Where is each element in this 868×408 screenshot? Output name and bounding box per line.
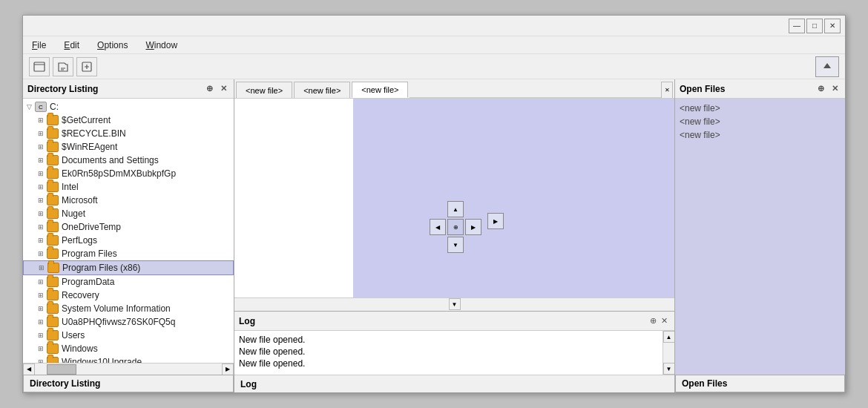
expand-icon[interactable]: ⊞ <box>35 343 47 355</box>
nav-arrows-container: ▲ ◀ ⊕ ▶ ▼ <box>430 201 481 253</box>
tab-label: <new file> <box>246 86 283 95</box>
close-button[interactable]: ✕ <box>824 19 841 33</box>
tree-label: Microsoft <box>62 195 98 205</box>
toolbar-btn-1[interactable] <box>29 57 50 76</box>
log-scroll-down[interactable]: ▼ <box>663 363 675 375</box>
list-item[interactable]: ⊞ Users <box>23 329 234 342</box>
expand-icon[interactable]: ⊞ <box>35 356 47 363</box>
expand-icon[interactable]: ⊞ <box>35 181 47 193</box>
folder-icon <box>47 343 59 354</box>
folder-icon <box>47 317 59 327</box>
expand-icon[interactable]: ⊞ <box>35 208 47 220</box>
list-item[interactable]: ⊞ PerfLogs <box>23 234 234 247</box>
expand-icon[interactable]: ⊞ <box>35 234 47 246</box>
list-item[interactable]: ⊞ Intel <box>23 180 234 194</box>
tab-3[interactable]: <new file> <box>352 82 408 98</box>
tree-label: ProgramData <box>62 277 114 287</box>
list-item[interactable]: ⊞ U0a8PHQfivwsz76SK0FQ5q <box>23 315 234 329</box>
title-bar-controls: — □ ✕ <box>789 19 841 33</box>
list-item[interactable]: ⊞ $GetCurrent <box>23 113 234 127</box>
list-item[interactable]: ⊞ System Volume Information <box>23 302 234 315</box>
menu-edit[interactable]: Edit <box>61 39 82 52</box>
expand-icon[interactable]: ⊞ <box>35 141 47 153</box>
tree-label: Program Files <box>62 249 117 259</box>
left-panel-close[interactable]: ✕ <box>218 83 229 94</box>
tree-label: Windows10Upgrade <box>62 357 142 363</box>
tree-label: PerfLogs <box>62 235 97 246</box>
open-file-item[interactable]: <new file> <box>680 128 841 142</box>
expand-icon[interactable]: ⊞ <box>35 221 47 233</box>
log-scroll-up[interactable]: ▲ <box>663 331 675 343</box>
left-panel-pin[interactable]: ⊕ <box>204 83 215 94</box>
expand-icon[interactable]: ⊞ <box>35 276 47 288</box>
expand-icon[interactable]: ⊞ <box>35 168 47 180</box>
list-item[interactable]: ⊞ Documents and Settings <box>23 154 234 167</box>
toolbar-center-scroll-up[interactable] <box>815 56 839 77</box>
directory-tree[interactable]: ▽ C C: ⊞ $GetCurrent ⊞ $RECYCLE.BIN <box>23 99 234 363</box>
list-item[interactable]: ⊞ ProgramData <box>23 275 234 289</box>
list-item[interactable]: ⊞ $RECYCLE.BIN <box>23 127 234 140</box>
list-item[interactable]: ⊞ Microsoft <box>23 194 234 207</box>
expand-icon[interactable]: ⊞ <box>35 194 47 206</box>
toolbar-btn-3[interactable] <box>76 57 97 76</box>
log-scrollbar[interactable]: ▲ ▼ <box>662 331 674 375</box>
expand-icon[interactable]: ⊞ <box>35 316 47 328</box>
list-item[interactable]: ⊞ Windows10Upgrade <box>23 355 234 363</box>
tab-1[interactable]: <new file> <box>236 82 292 98</box>
expand-icon[interactable]: ⊞ <box>35 289 47 301</box>
list-item[interactable]: ⊞ Nuget <box>23 207 234 220</box>
list-item[interactable]: ⊞ OneDriveTemp <box>23 220 234 234</box>
list-item[interactable]: ⊞ Program Files <box>23 247 234 260</box>
menu-options[interactable]: Options <box>94 39 131 52</box>
expand-icon[interactable]: ⊞ <box>35 128 47 139</box>
tree-horizontal-scrollbar[interactable]: ◀ ▶ <box>23 363 234 375</box>
scroll-right-btn[interactable]: ▶ <box>222 363 234 375</box>
expand-icon[interactable]: ⊞ <box>35 114 47 126</box>
expand-icon[interactable]: ⊞ <box>35 303 47 315</box>
nav-left-button[interactable]: ◀ <box>430 219 446 235</box>
expand-icon[interactable]: ⊞ <box>35 248 47 260</box>
toolbar-btn-2[interactable] <box>53 57 73 76</box>
nav-center-button[interactable]: ⊕ <box>447 219 464 235</box>
tree-label: OneDriveTemp <box>62 222 121 232</box>
tree-item-drive-c[interactable]: ▽ C C: <box>23 100 234 113</box>
nav-up-button[interactable]: ▲ <box>447 201 464 217</box>
log-panel-header: Log ⊕ ✕ <box>234 312 674 331</box>
scroll-left-btn[interactable]: ◀ <box>23 363 35 375</box>
scroll-thumb[interactable] <box>47 364 76 375</box>
tab-2[interactable]: <new file> <box>294 82 350 98</box>
center-scroll-down-btn[interactable]: ▼ <box>449 298 461 310</box>
maximize-button[interactable]: □ <box>806 19 823 33</box>
right-panel-pin[interactable]: ⊕ <box>815 83 826 94</box>
tree-label: Windows <box>62 343 98 354</box>
list-item[interactable]: ⊞ $WinREAgent <box>23 140 234 154</box>
menu-window[interactable]: Window <box>142 39 180 52</box>
list-item-selected[interactable]: ⊞ Program Files (x86) <box>23 260 234 275</box>
expand-icon[interactable]: ⊞ <box>35 154 47 166</box>
nav-down-button[interactable]: ▼ <box>447 237 464 253</box>
open-file-item[interactable]: <new file> <box>680 102 841 115</box>
minimize-button[interactable]: — <box>789 19 805 33</box>
expand-icon[interactable]: ⊞ <box>35 329 47 341</box>
expand-icon[interactable]: ▽ <box>23 101 35 113</box>
tree-label: C: <box>50 102 59 112</box>
expand-icon[interactable]: ⊞ <box>36 262 47 274</box>
tabs-row: <new file> <new file> <new file> ✕ <box>234 79 674 99</box>
tab-label: <new file> <box>361 85 398 94</box>
list-item[interactable]: ⊞ Ek0Rn58pSDmMXBubkpfGp <box>23 167 234 180</box>
right-panel-close[interactable]: ✕ <box>829 83 841 94</box>
open-file-item[interactable]: <new file> <box>680 115 841 128</box>
tree-label: System Volume Information <box>62 303 171 314</box>
folder-icon <box>47 303 59 314</box>
nav-far-right-button[interactable]: ▶ <box>487 213 504 229</box>
log-content: New file opened. New file opened. New fi… <box>234 331 662 375</box>
list-item[interactable]: ⊞ Windows <box>23 342 234 355</box>
log-panel-title: Log <box>239 316 648 326</box>
tabs-close-btn[interactable]: ✕ <box>661 82 673 98</box>
nav-right-button[interactable]: ▶ <box>465 219 481 235</box>
log-panel-pin[interactable]: ⊕ <box>648 315 659 326</box>
menu-file[interactable]: File <box>29 39 49 52</box>
log-panel-close[interactable]: ✕ <box>659 315 670 326</box>
list-item[interactable]: ⊞ Recovery <box>23 289 234 302</box>
blue-selection-overlay <box>353 99 674 297</box>
